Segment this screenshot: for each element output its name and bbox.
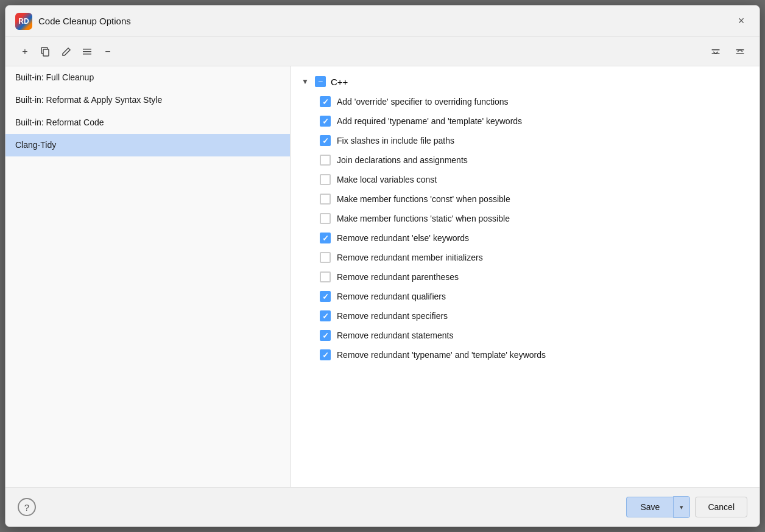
checkbox-label-typename-template: Add required 'typename' and 'template' k… [337,116,522,126]
title-bar: RD Code Cleanup Options × [5,5,760,37]
checkbox-label-redundant-else: Remove redundant 'else' keywords [337,233,469,243]
checkbox-item-redundant-specifiers: Remove redundant specifiers [291,306,760,326]
checkbox-redundant-specifiers[interactable] [320,310,331,321]
checkbox-redundant-typename-template[interactable] [320,349,331,360]
cancel-button[interactable]: Cancel [695,497,747,517]
svg-rect-3 [83,54,91,55]
checkbox-item-redundant-else: Remove redundant 'else' keywords [291,228,760,248]
copy-button[interactable] [36,43,55,61]
checkbox-label-join-declarations: Join declarations and assignments [337,155,468,165]
checkbox-item-redundant-statements: Remove redundant statements [291,326,760,345]
checkbox-item-fix-slashes: Fix slashes in include file paths [291,131,760,150]
checkbox-item-redundant-member-init: Remove redundant member initializers [291,248,760,267]
collapse-all-button[interactable] [706,43,725,61]
edit-button[interactable] [57,43,76,61]
section-toggle[interactable] [315,76,326,87]
app-icon: RD [15,13,32,30]
checkbox-label-redundant-member-init: Remove redundant member initializers [337,253,483,262]
checkbox-member-functions-const[interactable] [320,194,331,205]
save-button[interactable]: Save [626,497,673,517]
close-button[interactable]: × [733,13,750,30]
checkbox-fix-slashes[interactable] [320,135,331,146]
checkbox-label-member-functions-static: Make member functions 'static' when poss… [337,214,510,223]
checkbox-item-local-vars-const: Make local variables const [291,170,760,189]
checkbox-label-redundant-specifiers: Remove redundant specifiers [337,311,448,321]
help-button[interactable]: ? [18,498,36,516]
list-item-builtin-full[interactable]: Built-in: Full Cleanup [5,66,290,89]
section-header-cpp: ▼ C++ [291,71,760,92]
checkbox-item-override-specifier: Add 'override' specifier to overriding f… [291,92,760,111]
checkbox-redundant-qualifiers[interactable] [320,291,331,302]
toolbar: + − [5,37,760,66]
checkbox-label-fix-slashes: Fix slashes in include file paths [337,136,454,145]
save-dropdown-button[interactable]: ▾ [673,496,690,518]
dialog-title: Code Cleanup Options [38,16,131,26]
footer-right: Save ▾ Cancel [626,496,747,518]
title-bar-left: RD Code Cleanup Options [15,13,131,30]
checkbox-item-typename-template: Add required 'typename' and 'template' k… [291,111,760,131]
collapse-button[interactable]: ▼ [300,77,310,86]
list-item-clang-tidy[interactable]: Clang-Tidy [5,134,290,156]
checkbox-typename-template[interactable] [320,116,331,127]
save-button-group: Save ▾ [626,496,690,518]
main-content: Built-in: Full Cleanup Built-in: Reforma… [5,66,760,488]
checkbox-redundant-parens[interactable] [320,271,331,282]
remove-button[interactable]: − [98,43,118,61]
checkbox-item-redundant-parens: Remove redundant parentheses [291,267,760,287]
checkbox-join-declarations[interactable] [320,155,331,166]
checkbox-member-functions-static[interactable] [320,213,331,224]
checkbox-item-redundant-typename-template: Remove redundant 'typename' and 'templat… [291,345,760,365]
expand-all-button[interactable] [730,43,750,61]
add-button[interactable]: + [15,43,35,61]
checkbox-label-local-vars-const: Make local variables const [337,175,437,184]
checkbox-redundant-statements[interactable] [320,330,331,341]
footer: ? Save ▾ Cancel [5,488,760,527]
checkbox-redundant-member-init[interactable] [320,252,331,263]
toolbar-left: + − [15,43,703,61]
section-label-cpp: C++ [331,77,348,87]
checkbox-item-member-functions-const: Make member functions 'const' when possi… [291,189,760,209]
checkbox-local-vars-const[interactable] [320,174,331,185]
right-panel: ▼ C++ Add 'override' specifier to overri… [291,66,760,487]
toolbar-right [706,43,750,61]
svg-rect-0 [43,49,49,56]
checkbox-label-redundant-parens: Remove redundant parentheses [337,272,459,282]
checkbox-label-override-specifier: Add 'override' specifier to overriding f… [337,97,509,107]
left-panel: Built-in: Full Cleanup Built-in: Reforma… [5,66,291,487]
checkbox-label-redundant-statements: Remove redundant statements [337,331,453,340]
checkbox-override-specifier[interactable] [320,96,331,107]
checkbox-redundant-else[interactable] [320,233,331,243]
svg-rect-2 [83,51,91,52]
checkbox-label-redundant-qualifiers: Remove redundant qualifiers [337,292,446,301]
list-button[interactable] [77,43,97,61]
svg-rect-1 [83,49,91,50]
dialog: RD Code Cleanup Options × + [5,5,760,527]
checkbox-item-redundant-qualifiers: Remove redundant qualifiers [291,287,760,306]
checkbox-label-member-functions-const: Make member functions 'const' when possi… [337,194,510,204]
checkbox-label-redundant-typename-template: Remove redundant 'typename' and 'templat… [337,350,546,360]
list-item-builtin-reformat-syntax[interactable]: Built-in: Reformat & Apply Syntax Style [5,89,290,111]
checkbox-item-member-functions-static: Make member functions 'static' when poss… [291,209,760,228]
list-item-builtin-reformat[interactable]: Built-in: Reformat Code [5,111,290,134]
checkbox-item-join-declarations: Join declarations and assignments [291,150,760,170]
